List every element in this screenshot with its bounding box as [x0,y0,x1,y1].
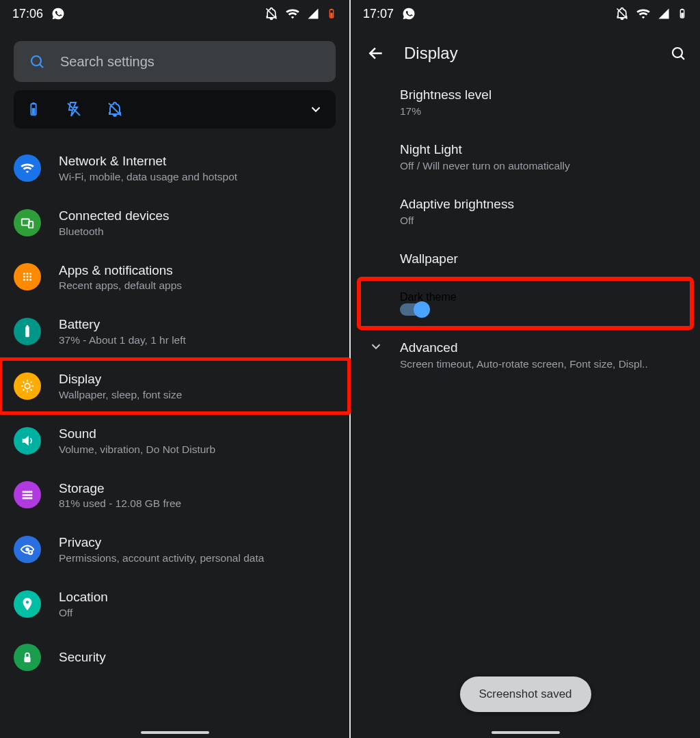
search-placeholder: Search settings [60,54,154,70]
dnd-chip-icon [107,101,123,118]
row-sub: 37% - About 1 day, 1 hr left [59,334,186,346]
settings-item-location[interactable]: LocationOff [0,577,349,631]
row-title: Network & Internet [59,153,237,169]
back-icon[interactable] [367,44,385,62]
storage-icon [14,481,41,508]
row-sub: Volume, vibration, Do Not Disturb [59,443,215,456]
status-time: 17:06 [12,7,43,21]
row-sub: Recent apps, default apps [59,279,182,292]
display-pane: 17:07 Display Brightness level 17% Night… [351,0,700,738]
search-icon [29,53,45,70]
row-title: Night Light [400,142,686,157]
wallpaper-row[interactable]: Wallpaper [351,239,700,279]
row-sub: Bluetooth [59,226,170,238]
row-title: Brightness level [400,87,686,102]
dnd-icon [265,7,278,20]
row-title: Location [59,589,108,605]
row-title: Sound [59,426,215,442]
row-sub: Wallpaper, sleep, font size [59,389,182,401]
row-title: Wallpaper [400,251,686,266]
security-icon [14,644,41,671]
toast-text: Screenshot saved [479,687,571,700]
brightness-icon [14,372,41,400]
row-title: Battery [59,316,186,333]
whatsapp-icon [51,7,65,20]
row-sub: Screen timeout, Auto-rotate screen, Font… [400,358,686,370]
chevron-down-icon[interactable] [308,102,323,117]
signal-icon [658,8,670,20]
row-title: Adaptive brightness [400,197,686,212]
row-sub: Off / Will never turn on automatically [400,160,686,172]
row-title: Privacy [59,534,264,551]
row-title: Security [59,649,106,666]
settings-item-security[interactable]: Security [0,631,349,683]
row-title: Display [59,371,182,387]
whatsapp-icon [402,7,416,20]
signal-icon [307,8,319,20]
row-title: Connected devices [59,208,170,224]
row-sub: Permissions, account activity, personal … [59,552,264,564]
settings-list: Network & InternetWi-Fi, mobile, data us… [0,141,349,683]
advanced-row[interactable]: Advanced Screen timeout, Auto-rotate scr… [351,328,700,383]
row-sub: Off [59,607,108,619]
status-bar: 17:06 [0,0,349,27]
search-icon[interactable] [670,45,686,62]
adaptive-row[interactable]: Adaptive brightness Off [351,184,700,239]
wifi-icon [636,6,651,21]
privacy-icon [14,536,41,563]
settings-item-privacy[interactable]: PrivacyPermissions, account activity, pe… [0,522,349,577]
row-title: Advanced [400,340,686,355]
grid-icon [14,263,41,290]
wifi-icon [285,6,300,21]
chevron-down-icon [368,339,383,354]
battery-icon [326,7,337,20]
wifi-icon [14,154,41,182]
row-title: Apps & notifications [59,262,182,279]
display-header: Display [351,27,700,75]
battery-saver-chip-icon [26,100,41,118]
row-sub: Off [400,215,686,227]
settings-item-sound[interactable]: SoundVolume, vibration, Do Not Disturb [0,413,349,468]
settings-pane: 17:06 Search settings Network & Internet… [0,0,349,738]
dark-theme-row[interactable]: Dark theme [359,279,692,328]
nav-handle[interactable] [492,731,560,734]
status-bar: 17:07 [351,0,700,27]
settings-item-storage[interactable]: Storage81% used - 12.08 GB free [0,468,349,523]
search-settings[interactable]: Search settings [14,41,336,82]
sound-icon [14,427,41,454]
nightlight-row[interactable]: Night Light Off / Will never turn on aut… [351,130,700,184]
nav-handle[interactable] [141,731,209,734]
settings-item-battery[interactable]: Battery37% - About 1 day, 1 hr left [0,304,349,359]
location-icon [14,590,41,618]
dark-theme-toggle[interactable] [400,303,678,316]
display-title: Display [404,44,651,63]
row-sub: 81% used - 12.08 GB free [59,497,181,510]
settings-item-brightness[interactable]: DisplayWallpaper, sleep, font size [0,359,349,413]
devices-icon [14,209,41,236]
battery-icon [14,318,41,345]
row-title: Dark theme [400,291,678,303]
brightness-row[interactable]: Brightness level 17% [351,75,700,130]
row-title: Storage [59,480,181,497]
dnd-icon [615,7,629,20]
flash-off-chip-icon [66,101,82,118]
row-sub: 17% [400,105,686,118]
settings-item-wifi[interactable]: Network & InternetWi-Fi, mobile, data us… [0,141,349,195]
suggestion-chip-row[interactable] [14,90,336,128]
battery-icon [677,7,688,20]
settings-item-devices[interactable]: Connected devicesBluetooth [0,195,349,250]
screenshot-toast[interactable]: Screenshot saved [459,676,591,712]
status-time: 17:07 [363,7,394,21]
settings-item-grid[interactable]: Apps & notificationsRecent apps, default… [0,250,349,305]
row-sub: Wi-Fi, mobile, data usage and hotspot [59,171,237,183]
